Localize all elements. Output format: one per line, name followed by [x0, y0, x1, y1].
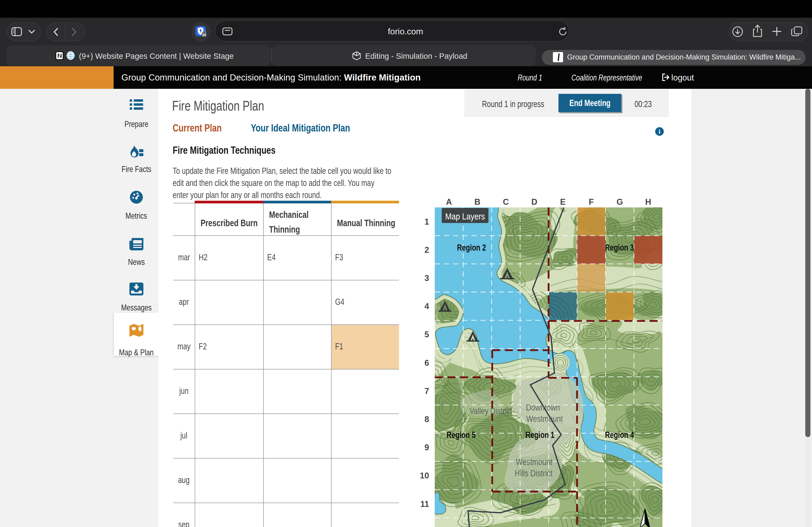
svg-text:11: 11 — [420, 499, 429, 509]
svg-text:4: 4 — [424, 302, 429, 311]
svg-text:A: A — [446, 197, 452, 207]
svg-text:1: 1 — [424, 217, 429, 226]
svg-text:9: 9 — [424, 443, 429, 452]
svg-text:Region 4: Region 4 — [605, 430, 634, 440]
svg-text:Region 5: Region 5 — [447, 430, 476, 440]
svg-text:D: D — [532, 197, 537, 207]
svg-text:10: 10 — [420, 471, 429, 480]
svg-text:2: 2 — [424, 245, 429, 255]
svg-text:E: E — [560, 197, 566, 207]
svg-text:Region 2: Region 2 — [457, 242, 486, 253]
svg-text:3: 3 — [424, 273, 429, 283]
svg-text:Westmount: Westmount — [526, 413, 563, 424]
svg-text:Downtown: Downtown — [526, 402, 560, 412]
svg-text:Westmount: Westmount — [516, 457, 552, 467]
svg-text:Hills District: Hills District — [515, 468, 553, 478]
svg-text:Valley District: Valley District — [470, 406, 512, 416]
svg-text:5: 5 — [424, 330, 429, 339]
svg-text:7: 7 — [424, 387, 429, 396]
svg-text:B: B — [475, 197, 480, 207]
svg-text:Region 3: Region 3 — [605, 242, 634, 253]
svg-text:H: H — [645, 197, 651, 207]
svg-text:C: C — [503, 197, 509, 207]
svg-text:8: 8 — [424, 415, 429, 424]
svg-text:Region 1: Region 1 — [525, 430, 554, 440]
svg-text:F: F — [589, 197, 594, 207]
svg-text:G: G — [617, 197, 623, 207]
svg-text:Map Layers: Map Layers — [445, 211, 485, 221]
svg-text:6: 6 — [424, 358, 429, 367]
